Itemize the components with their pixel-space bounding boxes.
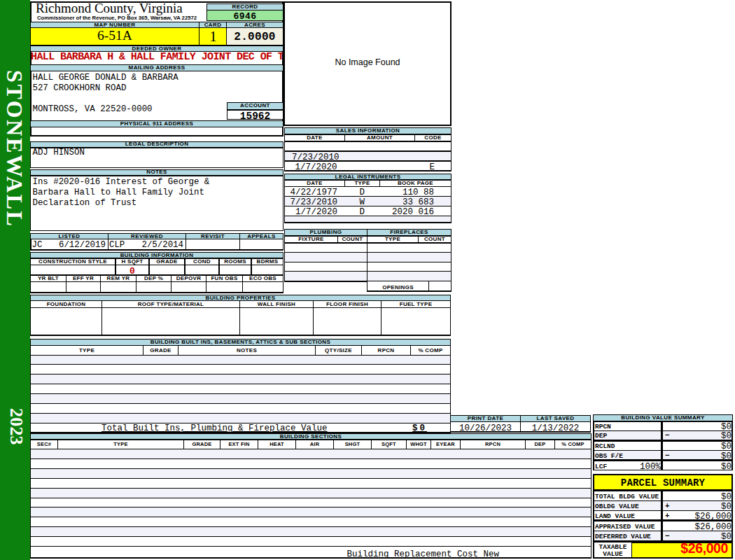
svg-text:2023: 2023 [6, 408, 27, 445]
svg-text:STONEWALL: STONEWALL [2, 70, 27, 228]
